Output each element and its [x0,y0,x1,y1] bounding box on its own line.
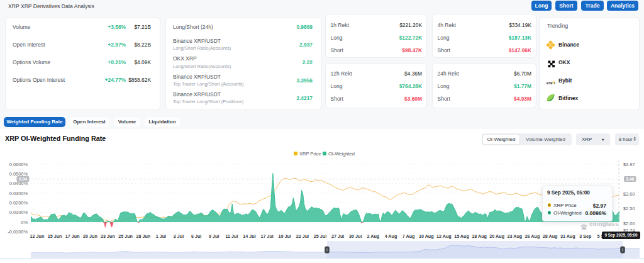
svg-text:0.0200%: 0.0200% [9,200,28,206]
svg-text:27 Jul: 27 Jul [331,233,344,239]
svg-text:4 Aug: 4 Aug [385,233,397,239]
svg-text:3.48: 3.48 [626,177,634,181]
svg-text:23 Jun: 23 Jun [101,233,115,239]
svg-text:28 Aug: 28 Aug [543,233,558,239]
svg-text:$2.50: $2.50 [623,206,635,211]
svg-text:20 Jun: 20 Jun [83,233,97,239]
svg-text:19 Jul: 19 Jul [279,233,291,239]
svg-text:$3.00: $3.00 [623,191,635,197]
svg-text:12 Jun: 12 Jun [30,233,45,239]
svg-text:17 Jul: 17 Jul [260,233,273,239]
svg-text:23 Aug: 23 Aug [508,233,523,239]
svg-text:3 Sep: 3 Sep [579,233,592,239]
svg-text:0.0300%: 0.0300% [9,191,28,196]
svg-text:25 Jul: 25 Jul [314,233,326,239]
svg-text:10 Aug: 10 Aug [419,233,434,239]
svg-text:11 Jul: 11 Jul [225,233,238,239]
svg-text:2 Aug: 2 Aug [367,233,380,239]
svg-text:20 Aug: 20 Aug [489,233,504,239]
svg-text:18 Aug: 18 Aug [472,233,487,239]
svg-text:12 Aug: 12 Aug [436,233,452,239]
svg-text:0.04: 0.04 [19,177,27,181]
svg-text:-0.0100%: -0.0100% [8,229,28,235]
svg-text:26 Aug: 26 Aug [525,233,540,239]
svg-text:0.0500%: 0.0500% [9,171,28,177]
svg-text:$3.97: $3.97 [623,162,635,167]
svg-text:1 Jul: 1 Jul [156,233,166,239]
svg-text:31 Aug: 31 Aug [560,233,575,239]
svg-text:9 Jul: 9 Jul [209,233,219,239]
svg-text:6 Jul: 6 Jul [191,233,201,239]
svg-text:3 Jul: 3 Jul [174,233,184,239]
svg-text:$2.00: $2.00 [623,221,635,227]
svg-text:0.0100%: 0.0100% [9,210,28,215]
svg-text:17 Jun: 17 Jun [65,233,80,239]
svg-text:14 Jul: 14 Jul [243,233,255,239]
svg-text:0.0600%: 0.0600% [9,162,28,167]
svg-text:28 Jun: 28 Jun [136,233,150,239]
svg-text:0%: 0% [21,220,28,225]
svg-text:15 Aug: 15 Aug [454,233,469,239]
svg-text:25 Jun: 25 Jun [118,233,133,239]
svg-text:22 Jul: 22 Jul [296,233,309,239]
svg-text:7 Aug: 7 Aug [402,233,415,239]
svg-text:15 Jun: 15 Jun [48,233,62,239]
svg-text:30 Jul: 30 Jul [349,233,362,239]
